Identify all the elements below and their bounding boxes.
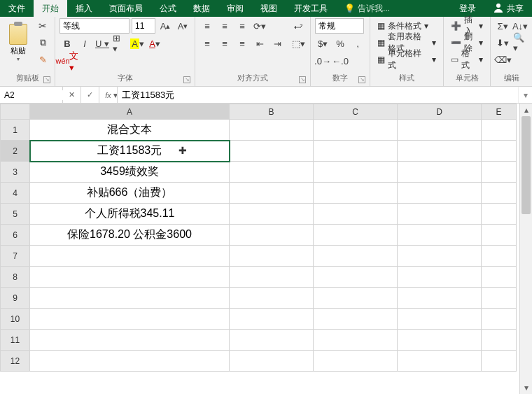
worksheet-grid[interactable]: A B C D E 1混合文本 2工资11583元 33459绩效奖 4补贴66… [0,104,517,372]
align-top-button[interactable]: ≡ [200,18,215,34]
font-name-combo[interactable] [59,18,130,34]
cell[interactable] [314,225,398,246]
name-box[interactable]: ▾ [0,87,63,103]
cell[interactable] [482,309,517,330]
cell[interactable] [314,267,398,288]
insert-function-button[interactable]: fx [99,87,118,103]
row-header[interactable]: 12 [1,351,30,372]
copy-button[interactable] [35,35,50,50]
dialog-launcher-icon[interactable]: ↘ [299,76,306,83]
tab-page-layout[interactable]: 页面布局 [101,0,151,17]
increase-indent-button[interactable]: ⇥ [270,36,285,51]
cell[interactable] [30,246,230,267]
cell[interactable] [30,288,230,309]
comma-style-button[interactable]: , [350,36,365,51]
decrease-decimal-button[interactable]: ←.0 [332,53,348,69]
cell[interactable] [230,351,314,372]
number-format-combo[interactable] [315,18,364,34]
row-header[interactable]: 3 [1,162,30,183]
find-select-button[interactable]: 🔍▾ [512,35,528,50]
fill-color-button[interactable]: A▾ [130,36,145,51]
cell[interactable] [314,351,398,372]
cell[interactable] [230,225,314,246]
cell[interactable] [398,351,482,372]
tell-me[interactable]: 💡 告诉我... [336,0,398,17]
scroll-up-button[interactable]: ▴ [520,104,532,116]
align-center-button[interactable]: ≡ [217,36,232,51]
column-header-d[interactable]: D [398,104,482,120]
align-bottom-button[interactable]: ≡ [234,18,250,34]
row-header[interactable]: 1 [1,120,30,141]
tab-review[interactable]: 审阅 [218,0,252,17]
cell[interactable] [482,330,517,351]
cell[interactable] [230,141,314,162]
cell[interactable] [482,246,517,267]
cell[interactable] [230,330,314,351]
cell[interactable]: 补贴666（油费） [30,183,230,204]
cell[interactable] [482,204,517,225]
underline-button[interactable]: U ▾ [94,36,110,51]
percent-button[interactable]: % [332,36,348,51]
cell[interactable] [230,162,314,183]
cell[interactable]: 保险1678.20 公积金3600 [30,225,230,246]
cell[interactable] [482,351,517,372]
cell[interactable] [482,162,517,183]
cancel-button[interactable]: ✕ [63,87,81,103]
row-header[interactable]: 11 [1,330,30,351]
decrease-indent-button[interactable]: ⇤ [252,36,267,51]
cell[interactable] [230,204,314,225]
align-left-button[interactable]: ≡ [200,36,215,51]
cell[interactable]: 3459绩效奖 [30,162,230,183]
cell[interactable] [230,183,314,204]
cell[interactable] [398,141,482,162]
increase-font-button[interactable]: A▴ [158,18,173,34]
orientation-button[interactable]: ⟳▾ [252,18,267,34]
cell[interactable] [314,120,398,141]
cell[interactable] [398,288,482,309]
tab-data[interactable]: 数据 [185,0,218,17]
sort-filter-button[interactable]: A↓▾ [512,18,528,34]
cell[interactable] [30,351,230,372]
cell[interactable] [398,204,482,225]
cell[interactable] [314,162,398,183]
cell[interactable] [314,309,398,330]
cell[interactable] [314,288,398,309]
row-header[interactable]: 4 [1,183,30,204]
expand-formula-bar-button[interactable]: ▾ [518,87,532,103]
column-header-a[interactable]: A [30,104,230,120]
cell[interactable] [398,225,482,246]
cell[interactable]: 个人所得税345.11 [30,204,230,225]
dialog-launcher-icon[interactable]: ↘ [183,76,190,83]
vertical-scrollbar[interactable]: ▴ ▾ [519,104,532,394]
cell[interactable] [398,267,482,288]
cell[interactable] [30,330,230,351]
row-header[interactable]: 8 [1,267,30,288]
wrap-text-button[interactable]: ⮐ [290,18,306,34]
select-all-button[interactable] [1,104,30,120]
cut-button[interactable] [35,18,50,34]
row-header[interactable]: 5 [1,204,30,225]
font-color-button[interactable]: A▾ [147,36,162,51]
cell[interactable] [482,288,517,309]
border-button[interactable]: ⊞ ▾ [112,36,127,51]
row-header[interactable]: 9 [1,288,30,309]
column-header-e[interactable]: E [482,104,517,120]
phonetic-guide-button[interactable]: wén文 ▾ [59,53,75,69]
scroll-down-button[interactable]: ▾ [520,381,532,394]
cell[interactable] [482,183,517,204]
italic-button[interactable]: I [77,36,92,51]
font-size-combo[interactable] [132,18,155,34]
dialog-launcher-icon[interactable]: ↘ [43,76,50,83]
format-painter-button[interactable] [35,52,50,67]
format-cells-button[interactable]: ▭格式 ▾ [448,52,486,67]
row-header[interactable]: 6 [1,225,30,246]
cell[interactable] [398,246,482,267]
tab-file[interactable]: 文件 [0,0,34,17]
cell[interactable] [398,162,482,183]
row-header[interactable]: 2 [1,141,30,162]
cell[interactable] [314,330,398,351]
cell[interactable] [230,309,314,330]
increase-decimal-button[interactable]: .0→ [315,53,330,69]
cell[interactable] [30,267,230,288]
formula-input[interactable] [118,87,518,103]
